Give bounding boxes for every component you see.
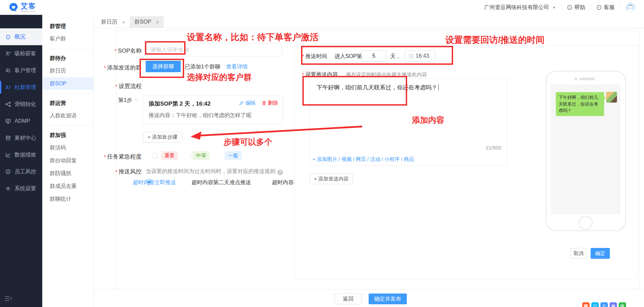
customer-service-button[interactable]: 客服 (596, 4, 615, 11)
help-button[interactable]: 帮助 (567, 4, 585, 11)
sop-day-input[interactable] (362, 50, 386, 62)
sidebar-item-label: 素材中心 (15, 135, 36, 142)
company-selector[interactable]: 广州壹豆网络科技有限公司 ▼ (484, 4, 556, 11)
sidebar-item-label: 系统设置 (15, 185, 36, 192)
divider (620, 5, 620, 10)
submenu-section-title: 群加强 (42, 129, 93, 141)
logo-bubble-heart-icon (9, 2, 18, 12)
select-group-chat-button[interactable]: 选择群聊 (146, 61, 181, 72)
phone-preview: 下午好啊，咱们前几天联系过，你还在考虑吗？ (546, 71, 626, 231)
sidebar-item-settings[interactable]: 系统设置 (0, 180, 42, 197)
required-mark: * (115, 83, 117, 89)
urgency-low-tag[interactable]: 一般 (225, 151, 242, 160)
submenu-item-group-sop[interactable]: 群SOP (42, 77, 93, 90)
time-picker[interactable]: 16:43 (405, 50, 435, 62)
phone-camera-dot (575, 78, 577, 80)
apps-icon[interactable]: ▦ (610, 302, 617, 307)
submenu-item-customer-group[interactable]: 客户群 (42, 32, 93, 45)
sidebar-item-marketing[interactable]: 营销转化 (0, 96, 42, 113)
phone-home-button (579, 216, 593, 230)
char-counter: 21/500 (486, 145, 501, 150)
help-label: 帮助 (574, 4, 585, 11)
community-icon (5, 84, 11, 90)
qq-icon[interactable]: Q (591, 302, 599, 307)
chat-bubble-icon (596, 5, 602, 10)
view-detail-link[interactable]: 查看详情 (226, 63, 248, 71)
tab-group-sop[interactable]: 群SOP × (130, 16, 164, 28)
footer-divider (94, 289, 644, 289)
push-time-label: *推送时间 (302, 53, 327, 60)
question-icon[interactable]: ? (277, 170, 283, 175)
required-mark: * (115, 48, 117, 54)
sidebar-item-acquisition[interactable]: 吸粉获客 (0, 45, 42, 62)
divider (42, 125, 93, 126)
users-icon (5, 67, 11, 74)
push-content-text: 下午好啊，咱们前几天联系过，你还在考虑吗？ (317, 84, 437, 91)
company-name: 广州壹豆网络科技有限公司 (484, 4, 549, 11)
push-content-textarea[interactable]: 下午好啊，咱们前几天联系过，你还在考虑吗？ 21/500 + 添加图片 / 视频… (309, 78, 507, 166)
publish-button[interactable]: 确定并发布 (369, 294, 407, 304)
sidebar-item-admp[interactable]: ADMP (0, 113, 42, 130)
divider (591, 5, 591, 10)
shield-icon (5, 169, 11, 175)
phone-contact-icon[interactable]: ☎ (582, 302, 590, 307)
add-step-button[interactable]: + 添加新步骤 (143, 132, 182, 142)
collapse-menu-icon[interactable] (4, 296, 13, 303)
annotation-name-tip: 设置名称，比如：待下单客户激活 (187, 31, 319, 43)
group-added-text: 已添加1个群聊 (185, 63, 220, 71)
submenu-item-stats[interactable]: 群聊统计 (42, 193, 93, 205)
annotation-arrow (190, 123, 366, 142)
call-icon[interactable]: ✆ (600, 302, 608, 307)
home-icon (5, 34, 11, 40)
text-cursor (438, 84, 439, 90)
submenu-item-antispam[interactable]: 群防骚扰 (42, 167, 93, 180)
tab-label: 群SOP (134, 19, 151, 26)
add-send-content-button[interactable]: + 添加发送内容 (309, 173, 353, 184)
submenu-item-dedupe[interactable]: 群成员去重 (42, 180, 93, 193)
logo-subtitle: aiagain.com (21, 10, 36, 12)
required-mark: * (104, 65, 106, 71)
delete-step-button[interactable]: 删除 (262, 100, 278, 106)
sidebar-item-materials[interactable]: 素材中心 (0, 130, 42, 146)
submenu-item-livecode[interactable]: 群活码 (42, 141, 93, 154)
wechat-icon[interactable]: 微 (619, 302, 626, 307)
tab-group-calendar[interactable]: 群日历 × (96, 16, 130, 28)
add-group-label: *添加发送的群 (94, 64, 142, 72)
cancel-button[interactable]: 取消 (570, 248, 587, 259)
sidebar-item-overview[interactable]: 概况 (0, 28, 42, 45)
attach-links[interactable]: + 添加图片 / 视频 / 网页 / 活动 / 小程序 / 商品 (313, 156, 414, 163)
risk-opt2-label[interactable]: 超时内容第二天准点推送 (192, 179, 251, 186)
sop-name-input[interactable] (146, 44, 282, 56)
sidebar-item-performance[interactable]: 数据绩效 (0, 146, 42, 163)
submenu-item-group-calendar[interactable]: 群日历 (42, 64, 93, 77)
urgency-mid-tag[interactable]: 中等 (193, 151, 209, 160)
sidebar-item-label: 员工风控 (15, 168, 36, 175)
close-icon[interactable]: × (122, 19, 125, 25)
risk-label: *推送风控 (94, 168, 142, 175)
push-content-label: *设置推送内容 (302, 71, 338, 78)
submenu-item-autoreply[interactable]: 群自动回复 (42, 154, 93, 167)
service-label: 客服 (604, 4, 615, 11)
annotation-steps-tip: 步骤可以多个 (224, 137, 272, 147)
close-icon[interactable]: × (156, 19, 159, 25)
user-avatar[interactable] (626, 3, 635, 12)
sidebar-item-customers[interactable]: 客户管理 (0, 62, 42, 79)
back-button[interactable]: 返回 (335, 294, 362, 304)
confirm-button[interactable]: 确定 (591, 248, 610, 259)
step-content: 推送内容：下午好哈，咱们考虑的怎样了呢 (149, 112, 277, 119)
urgency-high-radio[interactable] (152, 152, 158, 159)
secondary-sidebar: 群管理 客户群 群待办 群日历 群SOP 群运营 入群欢迎语 群加强 群活码 群… (42, 15, 94, 307)
risk-opt1-label[interactable]: 超时内容立即推送 (133, 179, 176, 186)
main-sidebar: 概况 吸粉获客 客户管理 社群管理 营销转化 ADMP 素材中心 数据绩效 (0, 15, 42, 307)
push-content-hint: 将在设定的时间点向群主推送此内容 (346, 72, 427, 78)
top-header: 艾客 aiagain.com 广州壹豆网络科技有限公司 ▼ 帮助 客服 (0, 0, 644, 15)
share-icon (5, 101, 11, 107)
flow-label: *设置流程 (94, 82, 142, 90)
sidebar-item-risk[interactable]: 员工风控 (0, 163, 42, 180)
person-icon (626, 3, 635, 12)
submenu-item-welcome[interactable]: 入群欢迎语 (42, 109, 93, 122)
sidebar-item-label: 社群管理 (15, 84, 36, 91)
sidebar-item-community[interactable]: 社群管理 (0, 79, 42, 96)
urgency-high-tag[interactable]: 重要 (161, 151, 178, 160)
edit-step-button[interactable]: 编辑 (239, 100, 255, 106)
